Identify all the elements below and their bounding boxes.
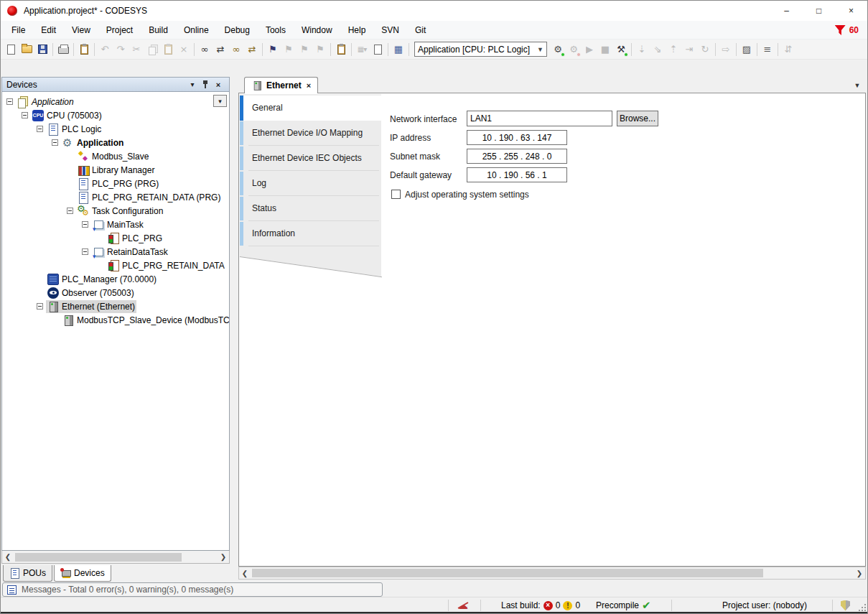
tree-item-application[interactable]: Application [2,95,229,108]
browse-button[interactable]: Browse... [617,111,658,126]
close-button[interactable]: × [835,1,867,21]
step-over-icon[interactable]: ⇣ [634,42,650,57]
scrollbar-thumb[interactable] [15,553,182,562]
tree-item-plc-prg-retain-data[interactable]: PLC_PRG_RETAIN_DATA [2,259,229,272]
flow-control-icon[interactable]: ≡ [760,42,775,57]
online-config-icon[interactable]: ⚒ [613,42,629,57]
editor-horizontal-scrollbar[interactable]: ❮ ❯ [238,567,866,580]
clear-bookmarks-icon[interactable]: ⚑ [312,42,328,57]
tab-close-icon[interactable]: × [307,81,311,90]
side-tab-general[interactable]: General [240,96,381,121]
menu-file[interactable]: File [4,21,33,39]
tree-item-modbus-slave[interactable]: Modbus_Slave [2,149,229,163]
new-file-icon[interactable] [3,42,19,57]
bottom-tab-pous[interactable]: POUs [3,565,52,582]
copy-icon[interactable] [144,42,160,57]
menu-edit[interactable]: Edit [33,21,64,39]
pin-icon[interactable] [199,79,212,90]
paste-icon[interactable] [160,42,176,57]
tab-ethernet[interactable]: Ethernet × [244,77,318,93]
scroll-right-icon[interactable]: ❯ [218,552,229,563]
bottom-tab-devices[interactable]: Devices [54,565,111,582]
run-to-cursor-icon[interactable]: ⇥ [681,42,697,57]
save-icon[interactable] [34,42,50,57]
side-tab-log[interactable]: Log [240,171,381,196]
menu-svn[interactable]: SVN [373,21,407,39]
scroll-left-icon[interactable]: ❮ [2,552,14,563]
find-in-project-icon[interactable]: ∞ [228,42,244,57]
side-tab-status[interactable]: Status [240,196,381,221]
side-tab-information[interactable]: Information [240,221,381,246]
menu-tools[interactable]: Tools [258,21,294,39]
menu-debug[interactable]: Debug [217,21,258,39]
redo-icon[interactable]: ↷ [113,42,129,57]
tree-item-plc-manager-70-0000[interactable]: PLC_Manager (70.0000) [2,272,229,286]
active-application-combo[interactable]: Application [CPU: PLC Logic]▼ [414,42,547,57]
step-out-icon[interactable]: ⇡ [666,42,681,57]
tree-item-observer-705003[interactable]: Observer (705003) [2,286,229,299]
paste-special-icon[interactable] [333,42,349,57]
tree-expander-icon[interactable] [67,208,73,214]
tree-item-task-configuration[interactable]: Task Configuration [2,204,229,218]
start-icon[interactable]: ▶ [582,42,597,57]
monitoring-icon[interactable]: ⇵ [780,42,796,57]
scroll-right-icon[interactable]: ❯ [854,567,865,579]
tree-item-plc-prg[interactable]: PLC_PRG [2,231,229,245]
find-icon[interactable]: ∞ [197,42,213,57]
previous-bookmark-icon[interactable]: ⚑ [281,42,297,57]
notification-count-badge[interactable]: 60 [849,25,859,35]
tree-expander-icon[interactable] [52,139,58,146]
side-tab-ethernet-device-i-o-mapping[interactable]: Ethernet Device I/O Mapping [240,121,381,146]
stop-icon[interactable]: ■ [597,42,613,57]
menu-project[interactable]: Project [98,21,141,39]
tree-item-modbustcp-slave-device-modbustcp-slave[interactable]: ModbusTCP_Slave_Device (ModbusTCP Slave [2,313,229,327]
tree-expander-icon[interactable] [37,303,43,310]
menu-online[interactable]: Online [176,21,217,39]
scrollbar-thumb[interactable] [252,569,763,577]
menu-help[interactable]: Help [340,21,374,39]
tree-expander-icon[interactable] [6,98,13,105]
tree-item-application[interactable]: Application [2,136,229,149]
next-statement-icon[interactable]: ⇨ [718,42,734,57]
print-icon[interactable] [55,42,71,57]
scroll-left-icon[interactable]: ❮ [239,567,251,579]
network-interface-input[interactable] [467,111,612,126]
delete-icon[interactable]: × [176,42,192,57]
tree-item-plc-logic[interactable]: PLC Logic [2,122,229,136]
update-objects-icon[interactable]: ▦ [391,42,406,57]
menu-view[interactable]: View [64,21,98,39]
replace-icon[interactable]: ⇄ [213,42,228,57]
tree-item-retaindatatask[interactable]: RetainDataTask [2,245,229,259]
tree-item-ethernet-ethernet[interactable]: Ethernet (Ethernet) [2,299,229,313]
tree-item-cpu-705003[interactable]: CPU (705003) [2,108,229,122]
new-object-icon[interactable] [370,42,386,57]
cut-icon[interactable]: ✂ [129,42,144,57]
side-tab-ethernet-device-iec-objects[interactable]: Ethernet Device IEC Objects [240,146,381,171]
breakpoints-icon[interactable]: ▨ [739,42,755,57]
maximize-button[interactable]: □ [803,1,835,21]
tree-expander-icon[interactable] [37,126,43,132]
logout-icon[interactable]: ⚙ [566,42,582,57]
tree-item-plc-prg-prg[interactable]: PLC_PRG (PRG) [2,177,229,190]
minimize-button[interactable]: – [770,1,803,21]
copy-project-icon[interactable] [76,42,92,57]
step-into-icon[interactable]: ⇘ [650,42,666,57]
panel-close-icon[interactable]: × [212,79,225,90]
tab-list-chevron-icon[interactable]: ▼ [851,80,863,91]
tree-expander-icon[interactable] [22,112,28,118]
messages-bar[interactable]: Messages - Total 0 error(s), 0 warning(s… [2,582,383,597]
panel-menu-chevron-icon[interactable]: ▾ [186,79,199,90]
tree-horizontal-scrollbar[interactable]: ❮ ❯ [1,551,230,564]
undo-icon[interactable]: ↶ [97,42,113,57]
tree-item-library-manager[interactable]: Library Manager [2,163,229,177]
tree-expander-icon[interactable] [82,248,88,255]
menu-build[interactable]: Build [141,21,176,39]
login-icon[interactable]: ⚙ [550,42,566,57]
reset-icon[interactable]: ↻ [697,42,713,57]
bookmark-icon[interactable]: ⚑ [265,42,281,57]
menu-window[interactable]: Window [294,21,340,39]
tree-expander-icon[interactable] [82,221,88,228]
menu-git[interactable]: Git [407,21,434,39]
adjust-os-checkbox[interactable] [391,190,401,199]
tree-item-maintask[interactable]: MainTask [2,218,229,231]
